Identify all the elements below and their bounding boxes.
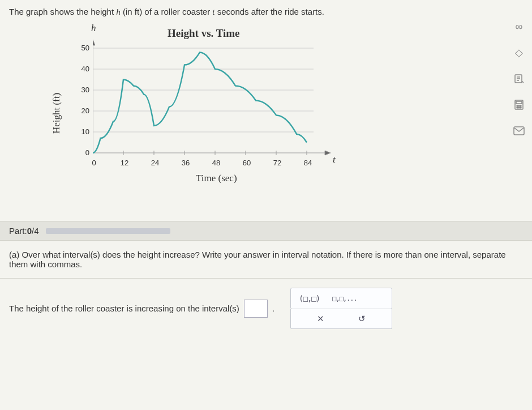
- xtick-24: 24: [148, 159, 162, 167]
- chart-title: Height vs. Time: [168, 27, 240, 40]
- svg-point-21: [518, 107, 520, 108]
- mail-icon[interactable]: [512, 123, 526, 138]
- x-axis-title: Time (sec): [196, 173, 237, 184]
- xtick-0: 0: [87, 159, 101, 167]
- answer-period: .: [272, 304, 274, 313]
- svg-rect-16: [516, 101, 522, 104]
- part-progress-bar: Part: 0 / 4: [0, 221, 532, 241]
- interval-button[interactable]: (□,□): [299, 294, 320, 303]
- question-text: (a) Over what interval(s) does the heigh…: [9, 250, 506, 269]
- svg-point-22: [520, 107, 521, 108]
- y-var-label: h: [91, 23, 96, 34]
- plot-svg: [93, 40, 336, 159]
- intro-text2: (in ft) of a roller coaster: [121, 7, 213, 16]
- svg-rect-23: [514, 127, 524, 135]
- answer-prompt: The height of the roller coaster is incr…: [9, 304, 239, 313]
- xtick-36: 36: [179, 159, 192, 167]
- infinity-icon[interactable]: ∞: [512, 19, 526, 34]
- ytick-10: 10: [76, 127, 89, 136]
- ytick-30: 30: [76, 86, 89, 94]
- data-line: [93, 52, 307, 153]
- palette-row2: ✕ ↺: [290, 309, 392, 329]
- right-toolbar: ∞ ◇: [512, 19, 526, 138]
- answer-input[interactable]: [244, 300, 268, 318]
- part-total: 4: [34, 226, 38, 236]
- xtick-48: 48: [209, 159, 223, 167]
- symbol-palette: (□,□) □,□,...: [290, 288, 392, 309]
- svg-point-20: [517, 107, 518, 108]
- clear-button[interactable]: ✕: [317, 314, 324, 324]
- ytick-20: 20: [76, 106, 89, 115]
- undo-button[interactable]: ↺: [358, 314, 366, 324]
- xtick-72: 72: [271, 159, 284, 167]
- hint-icon[interactable]: ◇: [512, 45, 526, 60]
- xtick-84: 84: [301, 159, 315, 167]
- svg-point-19: [520, 105, 521, 106]
- calculator-icon[interactable]: [512, 97, 526, 112]
- svg-point-17: [517, 105, 518, 106]
- ytick-0: 0: [76, 148, 89, 157]
- ytick-50: 50: [76, 44, 89, 52]
- part-current: 0: [27, 226, 32, 236]
- xtick-60: 60: [240, 159, 254, 167]
- list-button[interactable]: □,□,...: [332, 294, 357, 302]
- ytick-40: 40: [76, 65, 89, 73]
- answer-row: The height of the roller coaster is incr…: [0, 279, 532, 338]
- xtick-12: 12: [118, 159, 131, 167]
- progress-track: [46, 228, 170, 234]
- problem-intro: The graph shows the height h (in ft) of …: [9, 7, 523, 17]
- svg-point-18: [518, 105, 520, 106]
- question-a: (a) Over what interval(s) does the heigh…: [0, 241, 532, 279]
- y-axis-title: Height (ft): [51, 93, 62, 134]
- part-label: Part:: [9, 226, 27, 236]
- chart: Height vs. Time h t Height (ft) Time (se…: [49, 23, 377, 193]
- intro-text3: seconds after the ride starts.: [215, 7, 324, 16]
- intro-text: The graph shows the height: [9, 7, 116, 16]
- var-h: h: [116, 7, 121, 16]
- notes-icon[interactable]: [512, 71, 526, 86]
